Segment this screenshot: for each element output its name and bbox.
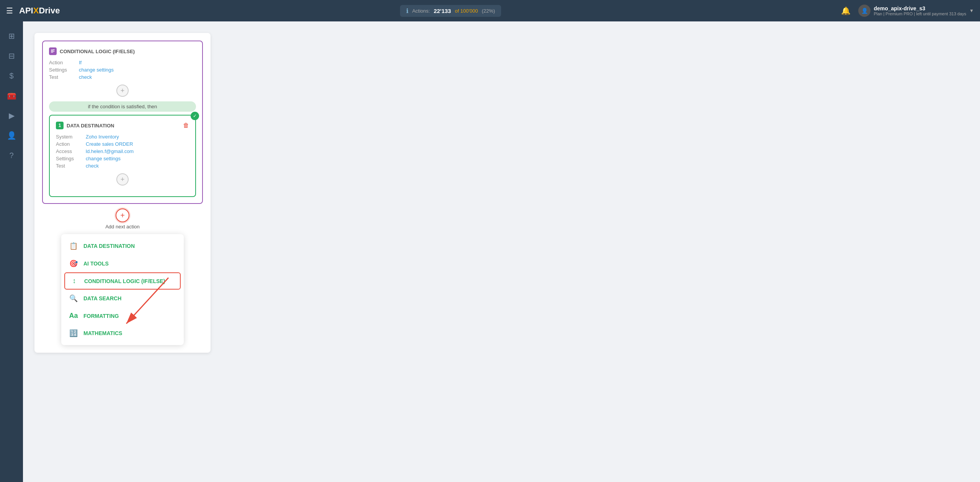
canvas: IF CONDITIONAL LOGIC (IF/ELSE) Action If… (23, 21, 980, 482)
user-name: demo_apix-drive_s3 (874, 5, 966, 11)
if-settings-row: Settings change settings (49, 67, 196, 73)
if-block-title: CONDITIONAL LOGIC (IF/ELSE) (60, 49, 135, 54)
menu-item-data-search[interactable]: 🔍 DATA SEARCH (61, 290, 184, 307)
if-settings-label: Settings (49, 67, 76, 73)
menu-item-mathematics-label: MATHEMATICS (83, 330, 122, 336)
dest-settings-row: Settings change settings (56, 156, 189, 161)
dest-test-row: Test check (56, 163, 189, 169)
dest-access-value[interactable]: ld.helen.f@gmail.com (86, 148, 134, 154)
chevron-down-icon: ▼ (969, 8, 974, 13)
menu-item-data-destination-label: DATA DESTINATION (83, 243, 135, 249)
if-action-value[interactable]: If (79, 60, 82, 65)
sidebar: ⊞ ⊟ $ 🧰 ▶ 👤 ? (0, 21, 23, 482)
if-test-label: Test (49, 74, 76, 80)
formatting-icon: Aa (69, 312, 78, 320)
delete-dest-icon[interactable]: 🗑 (183, 122, 189, 129)
if-block: IF CONDITIONAL LOGIC (IF/ELSE) Action If… (42, 41, 203, 204)
outer-add-section: + Add next action 📋 DATA DESTINATION 🎯 A… (42, 208, 203, 345)
add-next-button[interactable]: + (116, 208, 129, 222)
menu-item-ai-tools[interactable]: 🎯 AI TOOLS (61, 255, 184, 272)
menu-item-data-search-label: DATA SEARCH (83, 295, 121, 301)
add-inside-dest-button[interactable]: + (116, 173, 129, 186)
if-block-number: IF (49, 47, 57, 55)
header: ☰ API X Drive ℹ Actions: 22'133 of 100'0… (0, 0, 980, 21)
logo-api: API (19, 6, 33, 16)
menu-item-formatting-label: FORMATTING (83, 313, 119, 319)
avatar: 👤 (858, 5, 871, 17)
if-block-header: IF CONDITIONAL LOGIC (IF/ELSE) (49, 47, 196, 55)
menu-item-formatting[interactable]: Aa FORMATTING (61, 307, 184, 324)
actions-pct: (22%) (482, 8, 495, 14)
actions-label: Actions: (412, 8, 430, 14)
bell-icon[interactable]: 🔔 (841, 6, 851, 15)
hamburger-icon[interactable]: ☰ (6, 6, 13, 15)
dest-test-value[interactable]: check (86, 163, 99, 169)
sidebar-item-help[interactable]: ? (3, 147, 20, 164)
sidebar-item-home[interactable]: ⊞ (3, 28, 20, 44)
flow-container: IF CONDITIONAL LOGIC (IF/ELSE) Action If… (34, 33, 211, 353)
dest-system-value[interactable]: Zoho Inventory (86, 134, 119, 140)
if-settings-value[interactable]: change settings (79, 67, 114, 73)
mathematics-icon: 🔢 (69, 329, 78, 337)
if-action-label: Action (49, 60, 76, 65)
menu-item-conditional-logic-label: CONDITIONAL LOGIC (IF/ELSE) (84, 278, 165, 284)
logo: API X Drive (19, 6, 60, 16)
dest-header: 1 DATA DESTINATION 🗑 (56, 122, 189, 129)
if-test-value[interactable]: check (79, 74, 92, 80)
dest-action-label: Action (56, 141, 83, 147)
main-content: IF CONDITIONAL LOGIC (IF/ELSE) Action If… (23, 21, 980, 482)
logo-x: X (33, 6, 39, 16)
user-plan: Plan | Premium PRO | left until payment … (874, 11, 966, 16)
condition-label: if the condition is satisfied, then (49, 101, 196, 112)
user-details: demo_apix-drive_s3 Plan | Premium PRO | … (874, 5, 966, 16)
data-search-icon: 🔍 (69, 294, 78, 303)
dest-title-row: 1 DATA DESTINATION (56, 122, 114, 129)
action-menu-card: 📋 DATA DESTINATION 🎯 AI TOOLS ↕ CONDITIO… (61, 234, 184, 345)
conditional-logic-icon: ↕ (70, 277, 79, 285)
dest-settings-value[interactable]: change settings (86, 156, 121, 161)
menu-item-ai-tools-label: AI TOOLS (83, 261, 109, 267)
actions-counter: ℹ Actions: 22'133 of 100'000 (22%) (400, 5, 501, 17)
dest-settings-label: Settings (56, 156, 83, 161)
info-icon: ℹ (406, 7, 408, 15)
dest-system-label: System (56, 134, 83, 140)
header-right: 🔔 👤 demo_apix-drive_s3 Plan | Premium PR… (841, 5, 974, 17)
actions-of: of 100'000 (455, 8, 478, 14)
data-destination-icon: 📋 (69, 242, 78, 250)
dest-test-label: Test (56, 163, 83, 169)
dest-access-label: Access (56, 148, 83, 154)
header-left: ☰ API X Drive (6, 6, 60, 16)
dest-system-row: System Zoho Inventory (56, 134, 189, 140)
check-badge: ✓ (191, 112, 199, 120)
actions-count: 22'133 (434, 8, 451, 14)
add-inside-if-button[interactable]: + (116, 85, 129, 97)
data-destination-block: ✓ 1 DATA DESTINATION 🗑 System Zoho Inven… (49, 115, 196, 197)
sidebar-item-user[interactable]: 👤 (3, 127, 20, 144)
dest-number: 1 (56, 122, 64, 129)
sidebar-item-video[interactable]: ▶ (3, 107, 20, 124)
dest-access-row: Access ld.helen.f@gmail.com (56, 148, 189, 154)
add-next-label: Add next action (105, 224, 140, 230)
if-action-row: Action If (49, 60, 196, 65)
sidebar-item-tools[interactable]: 🧰 (3, 87, 20, 104)
ai-tools-icon: 🎯 (69, 259, 78, 268)
dest-title: DATA DESTINATION (67, 123, 114, 129)
user-menu[interactable]: 👤 demo_apix-drive_s3 Plan | Premium PRO … (858, 5, 974, 17)
if-test-row: Test check (49, 74, 196, 80)
dest-action-row: Action Create sales ORDER (56, 141, 189, 147)
dest-action-value[interactable]: Create sales ORDER (86, 141, 133, 147)
sidebar-item-sitemap[interactable]: ⊟ (3, 47, 20, 64)
menu-item-data-destination[interactable]: 📋 DATA DESTINATION (61, 237, 184, 255)
sidebar-item-billing[interactable]: $ (3, 67, 20, 84)
menu-item-conditional-logic[interactable]: ↕ CONDITIONAL LOGIC (IF/ELSE) (64, 272, 181, 290)
menu-item-mathematics[interactable]: 🔢 MATHEMATICS (61, 324, 184, 342)
logo-drive: Drive (39, 6, 60, 16)
